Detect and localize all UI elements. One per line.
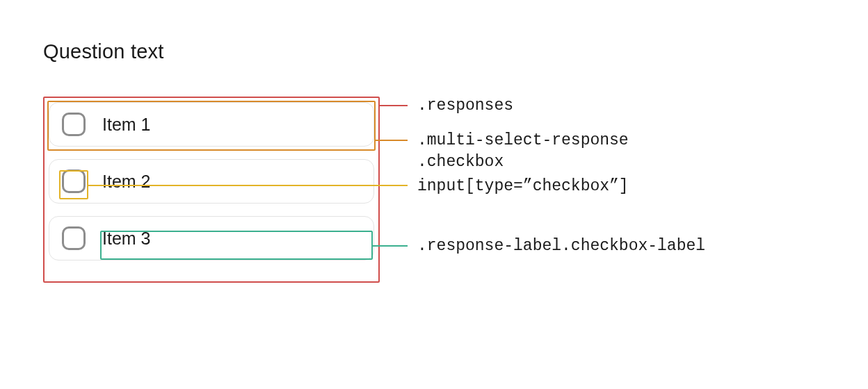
annotated-area: Item 1 Item 2 Item 3 .responses .multi-s… — [43, 97, 868, 266]
multi-select-response[interactable]: Item 1 — [49, 102, 374, 147]
question-title: Question text — [43, 40, 868, 63]
annotation-row: .multi-select-response .checkbox — [417, 130, 629, 173]
annotation-label: .response-label.checkbox-label — [417, 235, 705, 257]
connector-row — [376, 140, 408, 141]
annotation-checkbox: input[type=”checkbox”] — [417, 176, 629, 197]
checkbox-input[interactable] — [62, 113, 86, 136]
multi-select-response[interactable]: Item 3 — [49, 216, 374, 260]
checkbox-input[interactable] — [62, 226, 86, 250]
checkbox-input[interactable] — [62, 169, 86, 193]
multi-select-response[interactable]: Item 2 — [49, 159, 374, 204]
response-label: Item 3 — [102, 229, 361, 249]
responses-container: Item 1 Item 2 Item 3 — [43, 97, 380, 266]
response-label: Item 2 — [102, 172, 361, 192]
annotation-responses: .responses — [417, 95, 513, 117]
response-label: Item 1 — [102, 115, 361, 135]
connector-responses — [380, 105, 408, 106]
card-container: Question text Item 1 Item 2 Item 3 — [0, 0, 868, 389]
